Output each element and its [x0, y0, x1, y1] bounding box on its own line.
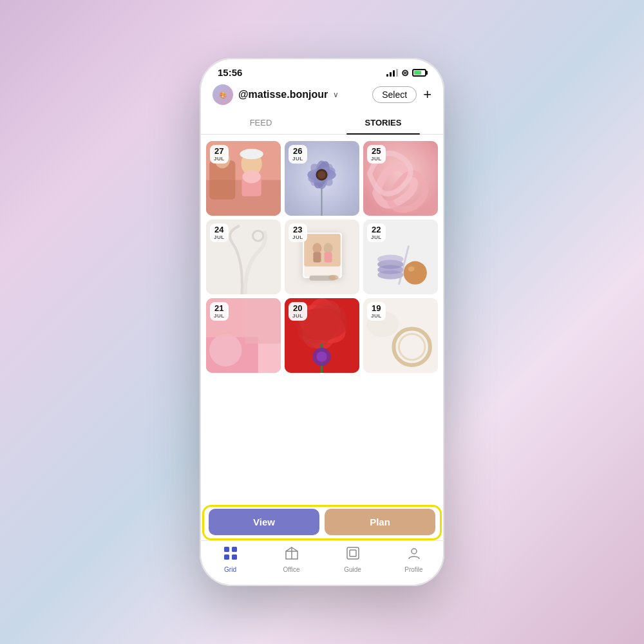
photo-cell-25[interactable]: 25 JUL [363, 141, 438, 216]
photo-cell-21[interactable]: 21 JUL [206, 298, 281, 373]
svg-rect-26 [304, 234, 340, 266]
date-badge-21: 21 JUL [210, 302, 229, 321]
office-icon [285, 546, 299, 564]
status-bar: 15:56 ⊜ [200, 58, 444, 82]
photo-cell-24[interactable]: 24 JUL [206, 220, 281, 294]
battery-icon [412, 69, 426, 77]
date-badge-24: 24 JUL [210, 223, 229, 242]
add-button[interactable]: + [423, 88, 431, 102]
photo-grid-container: 27 JUL [200, 135, 444, 504]
header: 🎨 @matisse.bonjour ∨ Select + [200, 82, 444, 111]
svg-point-6 [242, 170, 260, 183]
action-bar-wrapper: View Plan [200, 504, 444, 540]
svg-rect-28 [313, 252, 321, 262]
svg-point-44 [209, 334, 242, 366]
svg-point-38 [404, 261, 427, 285]
nav-label-office: Office [283, 566, 300, 573]
time-display: 15:56 [218, 67, 242, 78]
plan-button[interactable]: Plan [325, 509, 435, 535]
date-badge-22: 22 JUL [367, 223, 386, 242]
nav-item-grid[interactable]: Grid [200, 546, 261, 573]
nav-item-guide[interactable]: Guide [322, 546, 383, 573]
svg-point-32 [328, 275, 339, 280]
svg-point-54 [316, 352, 327, 362]
nav-item-profile[interactable]: Profile [383, 546, 444, 573]
svg-rect-59 [224, 547, 229, 552]
svg-point-37 [377, 254, 403, 263]
header-actions: Select + [372, 86, 431, 103]
tab-feed[interactable]: FEED [200, 111, 322, 134]
svg-rect-64 [350, 550, 356, 556]
svg-rect-43 [245, 298, 281, 344]
select-button[interactable]: Select [372, 86, 417, 103]
photo-cell-26[interactable]: 26 JUL [285, 141, 359, 216]
account-selector[interactable]: 🎨 @matisse.bonjour ∨ [213, 84, 339, 105]
svg-rect-30 [325, 252, 332, 262]
nav-item-office[interactable]: Office [261, 546, 322, 573]
nav-label-guide: Guide [344, 566, 361, 573]
nav-label-grid: Grid [224, 566, 236, 573]
photo-cell-19[interactable]: 19 JUL [363, 298, 438, 373]
view-button[interactable]: View [209, 509, 319, 535]
nav-label-profile: Profile [404, 566, 422, 573]
action-buttons: View Plan [206, 509, 438, 535]
wifi-icon: ⊜ [401, 68, 409, 78]
svg-rect-61 [224, 554, 229, 560]
svg-point-39 [408, 267, 415, 272]
profile-icon [407, 546, 421, 564]
phone-frame: 15:56 ⊜ 🎨 @matisse.bonjour ∨ Select + [200, 58, 444, 586]
account-name: @matisse.bonjour [238, 89, 328, 100]
date-badge-20: 20 JUL [289, 302, 307, 321]
signal-icon [386, 69, 398, 77]
svg-point-65 [412, 549, 417, 554]
status-icons: ⊜ [386, 68, 426, 78]
photo-grid: 27 JUL [206, 141, 438, 373]
svg-rect-60 [232, 547, 237, 552]
svg-rect-62 [232, 554, 237, 560]
svg-point-19 [317, 171, 325, 178]
date-badge-23: 23 JUL [289, 223, 307, 242]
photo-cell-27[interactable]: 27 JUL [206, 141, 281, 216]
tab-bar: FEED STORIES [200, 111, 444, 135]
guide-icon [346, 546, 360, 564]
svg-rect-4 [242, 151, 261, 156]
date-badge-27: 27 JUL [210, 145, 229, 164]
svg-point-29 [324, 243, 333, 253]
bottom-nav: Grid Office Guide [200, 540, 444, 586]
chevron-down-icon: ∨ [333, 90, 339, 99]
date-badge-25: 25 JUL [367, 145, 386, 164]
tab-stories[interactable]: STORIES [322, 111, 444, 134]
photo-cell-22[interactable]: 22 JUL [363, 220, 438, 294]
photo-cell-23[interactable]: 23 JUL [285, 220, 359, 294]
avatar: 🎨 [213, 84, 233, 105]
svg-rect-63 [347, 547, 359, 559]
date-badge-26: 26 JUL [289, 145, 307, 164]
grid-icon [223, 546, 238, 564]
date-badge-19: 19 JUL [367, 302, 386, 321]
photo-cell-20[interactable]: 20 JUL [285, 298, 359, 373]
svg-point-27 [312, 243, 321, 253]
